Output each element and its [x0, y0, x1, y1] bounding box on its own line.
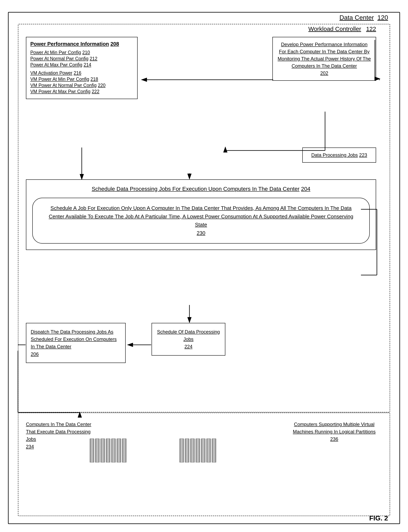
servers-left [90, 439, 127, 462]
dispatch-text: Dispatch The Data Processing Jobs As Sch… [31, 328, 121, 358]
server-unit [185, 439, 189, 462]
server-unit [190, 439, 195, 462]
workload-controller-text: Workload Controller [308, 25, 361, 32]
server-unit [122, 439, 127, 462]
dispatch-box: Dispatch The Data Processing Jobs As Sch… [26, 323, 126, 363]
figure-label: FIG. 2 [369, 514, 388, 522]
power-item-4: VM Activation Power 216 [30, 70, 133, 76]
power-item-6: VM Power At Normal Pwr Config 220 [30, 83, 133, 88]
schedule-main-box: Schedule Data Processing Jobs For Execut… [26, 179, 376, 250]
power-item-5: VM Power At Min Pwr Config 218 [30, 76, 133, 82]
server-unit [179, 439, 184, 462]
computers-vm-box: Computers Supporting Multiple Virtual Ma… [292, 421, 376, 443]
schedule-inner-text: Schedule A Job For Execution Only Upon A… [43, 204, 359, 237]
schedule-of-text: Schedule Of Data Processing Jobs 224 [156, 328, 221, 350]
data-center-ref: 120 [377, 14, 388, 21]
schedule-inner-box: Schedule A Job For Execution Only Upon A… [32, 198, 370, 244]
server-rack-right-1 [179, 439, 216, 462]
server-unit [101, 439, 105, 462]
develop-box: Develop Power Performance Information Fo… [272, 37, 376, 81]
dpj-box: Data Processing Jobs 223 [302, 148, 376, 163]
server-rack-left-1 [90, 439, 127, 462]
power-item-2: Power At Normal Pwr Config 212 [30, 56, 133, 61]
server-unit [90, 439, 94, 462]
server-unit [206, 439, 211, 462]
power-item-1: Power At Min Pwr Config 210 [30, 50, 133, 55]
data-center-text: Data Center [340, 14, 374, 21]
computers-vm-text: Computers Supporting Multiple Virtual Ma… [292, 421, 376, 443]
server-unit [212, 439, 216, 462]
schedule-main-title: Schedule Data Processing Jobs For Execut… [32, 186, 370, 192]
server-unit [95, 439, 100, 462]
server-unit [196, 439, 200, 462]
power-item-7: VM Power At Max Pwr Config 222 [30, 89, 133, 94]
vm-power-group: VM Activation Power 216 VM Power At Min … [30, 70, 133, 94]
workload-controller-label: Workload Controller 122 [308, 25, 376, 32]
develop-text: Develop Power Performance Information Fo… [277, 41, 372, 77]
data-center-label: Data Center 120 [340, 14, 388, 21]
power-info-title: Power Performance Information 208 [30, 41, 133, 47]
page: Data Center 120 Workload Controller 122 … [0, 0, 408, 532]
server-unit [106, 439, 110, 462]
server-unit [117, 439, 121, 462]
power-info-box: Power Performance Information 208 Power … [26, 37, 138, 99]
dpj-text: Data Processing Jobs 223 [307, 151, 372, 159]
schedule-of-box: Schedule Of Data Processing Jobs 224 [152, 323, 225, 356]
workload-controller-ref: 122 [366, 25, 376, 32]
server-unit [111, 439, 116, 462]
servers-right [179, 439, 216, 462]
server-unit [201, 439, 205, 462]
power-item-3: Power At Max Pwr Config 214 [30, 62, 133, 67]
